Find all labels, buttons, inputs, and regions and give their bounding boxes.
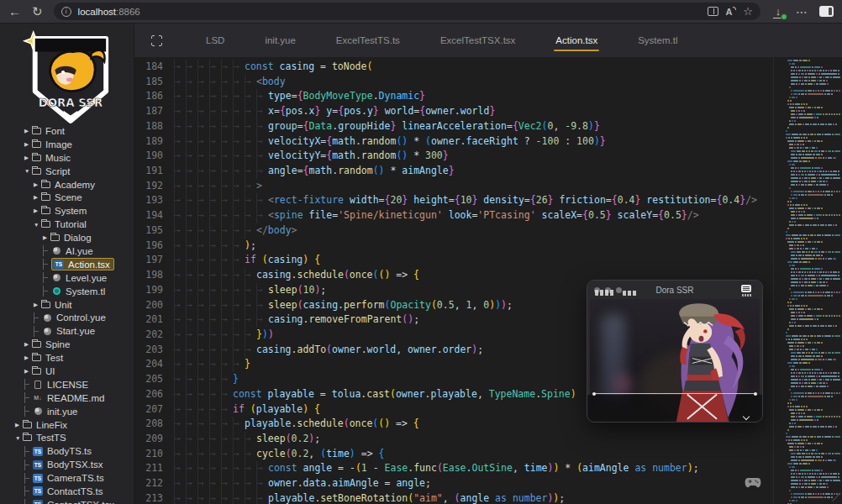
chevron-collapsed-icon[interactable]: ▶ [34, 181, 41, 188]
folder-icon [32, 128, 41, 134]
chevron-collapsed-icon[interactable]: ▶ [24, 141, 32, 148]
code-line-194[interactable]: 194→→→→→→→→<spine file='Spine/kineticgun… [134, 208, 771, 223]
code-line-184[interactable]: 184→→→→→→const casing = toNode( [134, 60, 771, 75]
tree-item-System.tl[interactable]: System.tl [0, 285, 134, 298]
tab-LSD[interactable]: LSD [186, 24, 245, 57]
tree-item-BodyTSX.tsx[interactable]: TSBodyTSX.tsx [0, 458, 134, 471]
fullscreen-icon[interactable] [151, 35, 162, 46]
code-line-197[interactable]: 197→→→→→→if (casing) { [134, 253, 771, 268]
refresh-icon[interactable]: ↻ [32, 5, 43, 18]
tree-item-ContactTS.ts[interactable]: TSContactTS.ts [0, 485, 134, 498]
downloads-icon[interactable]: ↓ [771, 5, 785, 18]
tree-item-Dialog[interactable]: ▶Dialog [0, 231, 134, 244]
chevron-down-icon[interactable] [744, 414, 749, 419]
more-menu-icon[interactable]: ⋯ [796, 5, 808, 18]
code-line-187[interactable]: 187→→→→→→→→x={pos.x} y={pos.y} world={ow… [134, 104, 771, 119]
tab-whitespace-arrow: → [197, 402, 209, 417]
tree-item-Control.yue[interactable]: Control.yue [0, 311, 134, 324]
tab-whitespace-arrow: → [256, 104, 268, 119]
chevron-collapsed-icon[interactable]: ▶ [34, 194, 41, 201]
tree-item-LICENSE[interactable]: LICENSE [0, 378, 134, 391]
chevron-collapsed-icon[interactable]: ▶ [24, 368, 32, 375]
tree-item-Tutorial[interactable]: ▼Tutorial [0, 218, 134, 231]
minimap-line [777, 396, 840, 397]
chevron-collapsed-icon[interactable]: ▶ [34, 207, 41, 214]
code-line-210[interactable]: 210→→→→→→→cycle(0.2, (time) => { [134, 447, 771, 462]
keyboard-hint-icon[interactable] [741, 285, 751, 292]
code-line-209[interactable]: 209→→→→→→→sleep(0.2); [134, 432, 771, 447]
tree-item-Start.yue[interactable]: Start.yue [0, 324, 134, 338]
minimap-line [777, 362, 840, 364]
chevron-collapsed-icon[interactable]: ▶ [15, 422, 23, 428]
tab-whitespace-arrow: → [186, 119, 197, 134]
tree-item-Font[interactable]: ▶Font [0, 124, 134, 138]
chevron-collapsed-icon[interactable]: ▶ [24, 354, 32, 361]
chevron-collapsed-icon[interactable]: ▶ [34, 302, 41, 308]
split-screen-icon[interactable] [708, 7, 718, 16]
tree-item-Image[interactable]: ▶Image [0, 138, 134, 151]
code-line-212[interactable]: 212→→→→→→→→owner.data.aimAngle = angle; [134, 476, 771, 491]
chevron-open-icon[interactable]: ▼ [24, 168, 32, 174]
code-line-193[interactable]: 193→→→→→→→→<rect-fixture width={20} heig… [134, 193, 771, 208]
tab-System.tl[interactable]: System.tl [618, 24, 697, 57]
code-line-189[interactable]: 189→→→→→→→→velocityX={math.random() * (o… [134, 134, 771, 150]
gamepad-icon[interactable] [745, 477, 761, 489]
tree-item-Level.yue[interactable]: Level.yue [0, 271, 134, 285]
tree-item-Academy[interactable]: ▶Academy [0, 178, 134, 192]
tree-item-BodyTS.ts[interactable]: TSBodyTS.ts [0, 444, 134, 458]
tab-whitespace-arrow: → [209, 387, 221, 402]
tree-item-Test[interactable]: ▶Test [0, 351, 134, 365]
code-line-191[interactable]: 191→→→→→→→→angle={math.random() * aimAng… [134, 164, 771, 179]
favorite-star-icon[interactable]: ☆ [743, 6, 753, 17]
tab-whitespace-arrow: → [256, 491, 268, 504]
minimap-line [777, 251, 840, 253]
tree-item-Unit[interactable]: ▶Unit [0, 298, 134, 312]
chevron-open-icon[interactable]: ▼ [15, 435, 23, 441]
tree-item-Action.tsx[interactable]: TSAction.tsx [0, 258, 134, 271]
chevron-collapsed-icon[interactable]: ▶ [24, 128, 32, 134]
yue-file-icon [42, 313, 52, 323]
address-bar[interactable]: i localhost :8866 A ☆ [54, 3, 760, 20]
tree-item-System[interactable]: ▶System [0, 204, 134, 218]
site-info-icon[interactable]: i [61, 7, 71, 17]
chevron-collapsed-icon[interactable]: ▶ [24, 155, 32, 161]
tree-item-Script[interactable]: ▼Script [0, 165, 134, 178]
chevron-collapsed-icon[interactable]: ▶ [43, 234, 50, 241]
tree-item-Spine[interactable]: ▶Spine [0, 338, 134, 351]
read-aloud-icon[interactable]: A [725, 7, 736, 17]
resize-grip[interactable] [831, 493, 839, 501]
tree-item-TestTS[interactable]: ▼TestTS [0, 431, 134, 444]
tab-init.yue[interactable]: init.yue [245, 24, 315, 57]
code-line-213[interactable]: 213→→→→→→→→playable.setBoneRotation("aim… [134, 491, 771, 504]
tree-item-ContactTSX.tsx[interactable]: TSContactTSX.tsx [0, 498, 134, 504]
chevron-open-icon[interactable]: ▼ [34, 222, 41, 228]
copilot-sidebar-icon[interactable] [819, 6, 834, 17]
code-line-196[interactable]: 196→→→→→→); [134, 239, 771, 254]
tab-whitespace-arrow: → [186, 402, 197, 417]
tree-item-UI[interactable]: ▶UI [0, 365, 134, 378]
code-line-195[interactable]: 195→→→→→→→</body> [134, 223, 771, 239]
tree-item-README.md[interactable]: M↓README.md [0, 391, 134, 405]
code-line-185[interactable]: 185→→→→→→→<body [134, 75, 771, 90]
minimap[interactable] [773, 57, 842, 504]
tab-ExcelTestTSX.tsx[interactable]: ExcelTestTSX.tsx [420, 24, 535, 57]
progress-line[interactable] [594, 393, 755, 394]
code-line-190[interactable]: 190→→→→→→→→velocityY={math.random() * 30… [134, 149, 771, 164]
tree-item-Music[interactable]: ▶Music [0, 151, 134, 165]
tree-item-LineFix[interactable]: ▶LineFix [0, 418, 134, 432]
tab-Action.tsx[interactable]: Action.tsx [535, 24, 618, 57]
code-line-188[interactable]: 188→→→→→→→→group={Data.groupHide} linear… [134, 119, 771, 134]
tree-item-AI.yue[interactable]: AI.yue [0, 244, 134, 258]
chevron-collapsed-icon[interactable]: ▶ [24, 341, 32, 348]
minimap-line [777, 312, 840, 313]
code-line-211[interactable]: 211→→→→→→→→const angle = -(1 - Ease.func… [134, 461, 771, 476]
tab-ExcelTestTS.ts[interactable]: ExcelTestTS.ts [316, 24, 420, 57]
tree-item-init.yue[interactable]: init.yue [0, 405, 134, 418]
code-line-192[interactable]: 192→→→→→→→> [134, 179, 771, 194]
code-line-186[interactable]: 186→→→→→→→→type={BodyMoveType.Dynamic} [134, 89, 771, 104]
tree-item-CameraTS.ts[interactable]: TSCameraTS.ts [0, 471, 134, 485]
tab-whitespace-arrow: → [197, 104, 209, 119]
preview-window[interactable]: Dora SSR [587, 280, 763, 423]
back-icon[interactable]: ← [8, 5, 21, 18]
tree-item-Scene[interactable]: ▶Scene [0, 191, 134, 204]
